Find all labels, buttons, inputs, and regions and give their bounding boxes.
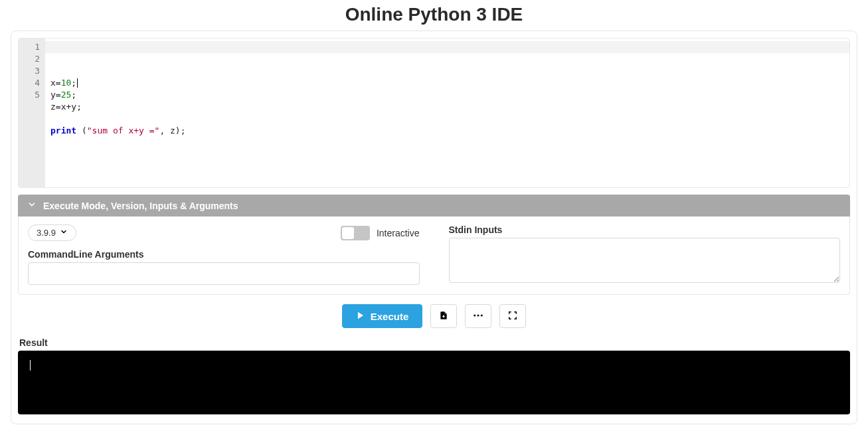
current-line-highlight [45, 41, 849, 53]
line-number: 5 [21, 89, 40, 101]
fullscreen-button[interactable] [499, 304, 526, 328]
page-title: Online Python 3 IDE [0, 0, 868, 31]
result-label: Result [19, 337, 850, 348]
code-line: y=25; [50, 89, 844, 101]
stdin-inputs-textarea[interactable] [449, 238, 841, 283]
svg-point-1 [474, 314, 476, 316]
options-header[interactable]: Execute Mode, Version, Inputs & Argument… [18, 195, 850, 216]
toggle-knob [342, 227, 354, 239]
ide-container: 12345 x=10;y=25;z=x+y; print ("sum of x+… [11, 31, 857, 424]
code-line: z=x+y; [50, 101, 844, 113]
cmdline-args-label: CommandLine Arguments [28, 249, 420, 260]
dots-horizontal-icon [472, 309, 484, 323]
options-body: 3.9.9 Interactive CommandLine Arguments … [18, 216, 850, 295]
result-output[interactable] [18, 351, 850, 414]
code-line [50, 113, 844, 125]
play-icon [356, 311, 365, 322]
upload-file-button[interactable] [430, 304, 457, 328]
actions-row: Execute [18, 295, 850, 337]
editor-gutter: 12345 [19, 39, 45, 187]
result-section: Result [18, 337, 850, 414]
line-number: 4 [21, 77, 40, 89]
file-upload-icon [439, 310, 448, 323]
editor-code-area[interactable]: x=10;y=25;z=x+y; print ("sum of x+y =", … [45, 39, 849, 187]
code-line: x=10; [50, 77, 844, 89]
more-options-button[interactable] [465, 304, 491, 328]
fullscreen-icon [508, 311, 517, 322]
stdin-inputs-label: Stdin Inputs [449, 224, 841, 235]
chevron-down-icon [27, 200, 37, 211]
execute-button-label: Execute [371, 311, 409, 322]
options-header-label: Execute Mode, Version, Inputs & Argument… [43, 201, 238, 211]
svg-marker-0 [358, 311, 363, 319]
svg-point-2 [477, 314, 479, 316]
interactive-toggle[interactable] [341, 226, 370, 240]
code-editor[interactable]: 12345 x=10;y=25;z=x+y; print ("sum of x+… [18, 38, 850, 188]
version-select-value: 3.9.9 [37, 228, 56, 238]
result-cursor [30, 360, 31, 371]
line-number: 2 [21, 53, 40, 65]
cmdline-args-input[interactable] [28, 262, 420, 285]
line-number: 3 [21, 65, 40, 77]
interactive-label: Interactive [377, 228, 420, 238]
code-line: print ("sum of x+y =", z); [50, 125, 844, 137]
editor-cursor [77, 78, 78, 88]
line-number: 1 [21, 41, 40, 53]
version-select[interactable]: 3.9.9 [28, 224, 76, 241]
chevron-down-icon [60, 228, 68, 238]
svg-point-3 [481, 314, 483, 316]
execute-button[interactable]: Execute [342, 304, 423, 328]
